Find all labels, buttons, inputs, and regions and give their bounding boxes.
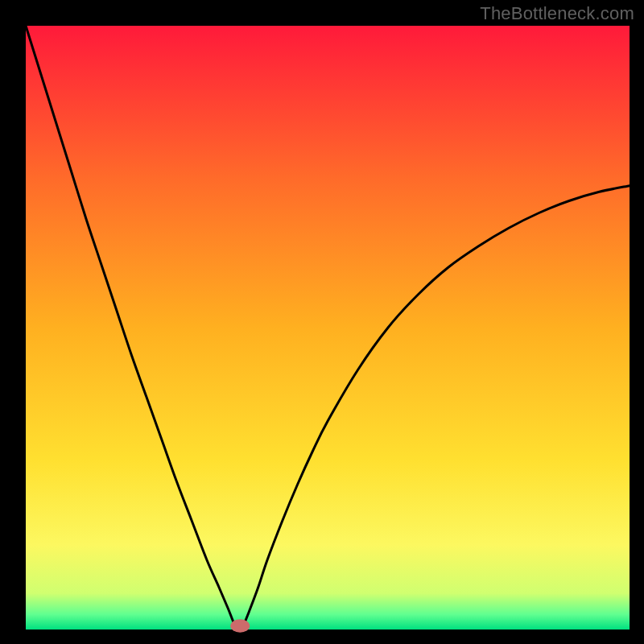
bottleneck-chart — [0, 0, 644, 644]
gradient-background — [26, 26, 630, 630]
watermark-text: TheBottleneck.com — [480, 3, 634, 24]
optimum-marker — [230, 619, 250, 633]
chart-card: TheBottleneck.com — [0, 0, 644, 644]
